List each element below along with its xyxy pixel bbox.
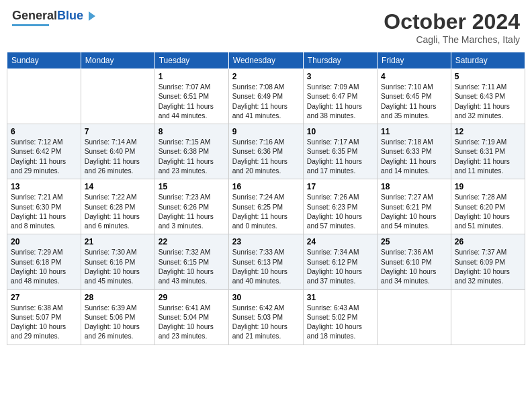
day-content: Sunrise: 7:37 AM Sunset: 6:09 PM Dayligh… bbox=[455, 248, 521, 286]
calendar-cell bbox=[378, 289, 451, 345]
day-number: 25 bbox=[381, 237, 447, 246]
day-number: 2 bbox=[232, 72, 300, 81]
day-header-monday: Monday bbox=[81, 52, 154, 69]
day-number: 23 bbox=[232, 237, 300, 246]
day-number: 31 bbox=[307, 293, 373, 302]
day-content: Sunrise: 7:27 AM Sunset: 6:21 PM Dayligh… bbox=[381, 193, 447, 231]
calendar-cell: 28Sunrise: 6:39 AM Sunset: 5:06 PM Dayli… bbox=[81, 289, 154, 345]
day-content: Sunrise: 7:36 AM Sunset: 6:10 PM Dayligh… bbox=[381, 248, 447, 286]
day-content: Sunrise: 6:42 AM Sunset: 5:03 PM Dayligh… bbox=[232, 304, 300, 342]
day-number: 17 bbox=[307, 182, 373, 191]
calendar-week-row: 13Sunrise: 7:21 AM Sunset: 6:30 PM Dayli… bbox=[7, 179, 525, 234]
location-subtitle: Cagli, The Marches, Italy bbox=[384, 34, 520, 45]
day-content: Sunrise: 7:29 AM Sunset: 6:18 PM Dayligh… bbox=[11, 248, 77, 286]
calendar-cell: 5Sunrise: 7:11 AM Sunset: 6:43 PM Daylig… bbox=[451, 69, 525, 124]
calendar-cell bbox=[7, 69, 81, 124]
calendar-cell: 20Sunrise: 7:29 AM Sunset: 6:18 PM Dayli… bbox=[7, 234, 81, 289]
calendar-cell: 31Sunrise: 6:43 AM Sunset: 5:02 PM Dayli… bbox=[303, 289, 377, 345]
day-number: 19 bbox=[455, 182, 521, 191]
day-number: 16 bbox=[232, 182, 300, 191]
day-content: Sunrise: 6:41 AM Sunset: 5:04 PM Dayligh… bbox=[159, 304, 225, 342]
calendar-cell: 19Sunrise: 7:28 AM Sunset: 6:20 PM Dayli… bbox=[451, 179, 525, 234]
day-content: Sunrise: 7:16 AM Sunset: 6:36 PM Dayligh… bbox=[232, 138, 300, 176]
day-number: 11 bbox=[381, 127, 447, 136]
calendar-cell: 15Sunrise: 7:23 AM Sunset: 6:26 PM Dayli… bbox=[154, 179, 228, 234]
title-block: October 2024 Cagli, The Marches, Italy bbox=[384, 9, 520, 45]
calendar-cell: 4Sunrise: 7:10 AM Sunset: 6:45 PM Daylig… bbox=[378, 69, 451, 124]
day-number: 28 bbox=[85, 293, 151, 302]
calendar-cell: 26Sunrise: 7:37 AM Sunset: 6:09 PM Dayli… bbox=[451, 234, 525, 289]
day-content: Sunrise: 7:24 AM Sunset: 6:25 PM Dayligh… bbox=[232, 193, 300, 231]
day-header-saturday: Saturday bbox=[451, 52, 525, 69]
day-content: Sunrise: 6:43 AM Sunset: 5:02 PM Dayligh… bbox=[307, 304, 373, 342]
day-content: Sunrise: 7:11 AM Sunset: 6:43 PM Dayligh… bbox=[455, 83, 521, 121]
day-content: Sunrise: 7:10 AM Sunset: 6:45 PM Dayligh… bbox=[381, 83, 447, 121]
calendar-cell bbox=[451, 289, 525, 345]
calendar-cell: 27Sunrise: 6:38 AM Sunset: 5:07 PM Dayli… bbox=[7, 289, 81, 345]
calendar-cell: 2Sunrise: 7:08 AM Sunset: 6:49 PM Daylig… bbox=[228, 69, 303, 124]
calendar-cell: 6Sunrise: 7:12 AM Sunset: 6:42 PM Daylig… bbox=[7, 124, 81, 179]
calendar-cell: 16Sunrise: 7:24 AM Sunset: 6:25 PM Dayli… bbox=[228, 179, 303, 234]
calendar-cell: 10Sunrise: 7:17 AM Sunset: 6:35 PM Dayli… bbox=[303, 124, 377, 179]
month-title: October 2024 bbox=[384, 9, 520, 34]
day-content: Sunrise: 7:12 AM Sunset: 6:42 PM Dayligh… bbox=[11, 138, 77, 176]
day-number: 20 bbox=[11, 237, 77, 246]
day-number: 22 bbox=[159, 237, 225, 246]
day-content: Sunrise: 7:33 AM Sunset: 6:13 PM Dayligh… bbox=[232, 248, 300, 286]
logo-text: GeneralBlue bbox=[12, 9, 83, 23]
day-number: 4 bbox=[381, 72, 447, 81]
logo-arrow-icon bbox=[85, 10, 97, 22]
calendar-cell: 8Sunrise: 7:15 AM Sunset: 6:38 PM Daylig… bbox=[154, 124, 228, 179]
calendar-cell: 14Sunrise: 7:22 AM Sunset: 6:28 PM Dayli… bbox=[81, 179, 154, 234]
day-header-wednesday: Wednesday bbox=[228, 52, 303, 69]
day-number: 27 bbox=[11, 293, 77, 302]
calendar-week-row: 1Sunrise: 7:07 AM Sunset: 6:51 PM Daylig… bbox=[7, 69, 525, 124]
page-header: GeneralBlue October 2024 Cagli, The Marc… bbox=[7, 7, 525, 48]
day-content: Sunrise: 7:26 AM Sunset: 6:23 PM Dayligh… bbox=[307, 193, 373, 231]
day-content: Sunrise: 7:14 AM Sunset: 6:40 PM Dayligh… bbox=[85, 138, 151, 176]
logo: GeneralBlue bbox=[12, 9, 97, 26]
day-content: Sunrise: 7:22 AM Sunset: 6:28 PM Dayligh… bbox=[85, 193, 151, 231]
calendar-cell: 30Sunrise: 6:42 AM Sunset: 5:03 PM Dayli… bbox=[228, 289, 303, 345]
day-number: 5 bbox=[455, 72, 521, 81]
calendar-cell bbox=[81, 69, 154, 124]
calendar-cell: 25Sunrise: 7:36 AM Sunset: 6:10 PM Dayli… bbox=[378, 234, 451, 289]
day-header-tuesday: Tuesday bbox=[154, 52, 228, 69]
day-number: 18 bbox=[381, 182, 447, 191]
day-content: Sunrise: 7:21 AM Sunset: 6:30 PM Dayligh… bbox=[11, 193, 77, 231]
calendar-week-row: 6Sunrise: 7:12 AM Sunset: 6:42 PM Daylig… bbox=[7, 124, 525, 179]
calendar-cell: 9Sunrise: 7:16 AM Sunset: 6:36 PM Daylig… bbox=[228, 124, 303, 179]
day-content: Sunrise: 7:09 AM Sunset: 6:47 PM Dayligh… bbox=[307, 83, 373, 121]
calendar-cell: 12Sunrise: 7:19 AM Sunset: 6:31 PM Dayli… bbox=[451, 124, 525, 179]
day-content: Sunrise: 7:07 AM Sunset: 6:51 PM Dayligh… bbox=[159, 83, 225, 121]
calendar-table: SundayMondayTuesdayWednesdayThursdayFrid… bbox=[7, 52, 525, 345]
day-content: Sunrise: 7:23 AM Sunset: 6:26 PM Dayligh… bbox=[159, 193, 225, 231]
day-header-sunday: Sunday bbox=[7, 52, 81, 69]
calendar-cell: 18Sunrise: 7:27 AM Sunset: 6:21 PM Dayli… bbox=[378, 179, 451, 234]
day-content: Sunrise: 7:34 AM Sunset: 6:12 PM Dayligh… bbox=[307, 248, 373, 286]
day-number: 10 bbox=[307, 127, 373, 136]
day-number: 26 bbox=[455, 237, 521, 246]
day-number: 30 bbox=[232, 293, 300, 302]
day-number: 14 bbox=[85, 182, 151, 191]
day-number: 7 bbox=[85, 127, 151, 136]
day-number: 9 bbox=[232, 127, 300, 136]
day-content: Sunrise: 7:28 AM Sunset: 6:20 PM Dayligh… bbox=[455, 193, 521, 231]
calendar-cell: 29Sunrise: 6:41 AM Sunset: 5:04 PM Dayli… bbox=[154, 289, 228, 345]
calendar-week-row: 27Sunrise: 6:38 AM Sunset: 5:07 PM Dayli… bbox=[7, 289, 525, 345]
day-content: Sunrise: 7:08 AM Sunset: 6:49 PM Dayligh… bbox=[232, 83, 300, 121]
calendar-cell: 11Sunrise: 7:18 AM Sunset: 6:33 PM Dayli… bbox=[378, 124, 451, 179]
calendar-cell: 1Sunrise: 7:07 AM Sunset: 6:51 PM Daylig… bbox=[154, 69, 228, 124]
day-content: Sunrise: 7:32 AM Sunset: 6:15 PM Dayligh… bbox=[159, 248, 225, 286]
svg-marker-0 bbox=[89, 11, 95, 21]
day-number: 8 bbox=[159, 127, 225, 136]
day-number: 6 bbox=[11, 127, 77, 136]
calendar-cell: 7Sunrise: 7:14 AM Sunset: 6:40 PM Daylig… bbox=[81, 124, 154, 179]
day-header-thursday: Thursday bbox=[303, 52, 377, 69]
calendar-cell: 17Sunrise: 7:26 AM Sunset: 6:23 PM Dayli… bbox=[303, 179, 377, 234]
day-number: 29 bbox=[159, 293, 225, 302]
logo-underline bbox=[12, 24, 49, 26]
day-number: 13 bbox=[11, 182, 77, 191]
calendar-cell: 22Sunrise: 7:32 AM Sunset: 6:15 PM Dayli… bbox=[154, 234, 228, 289]
day-number: 15 bbox=[159, 182, 225, 191]
